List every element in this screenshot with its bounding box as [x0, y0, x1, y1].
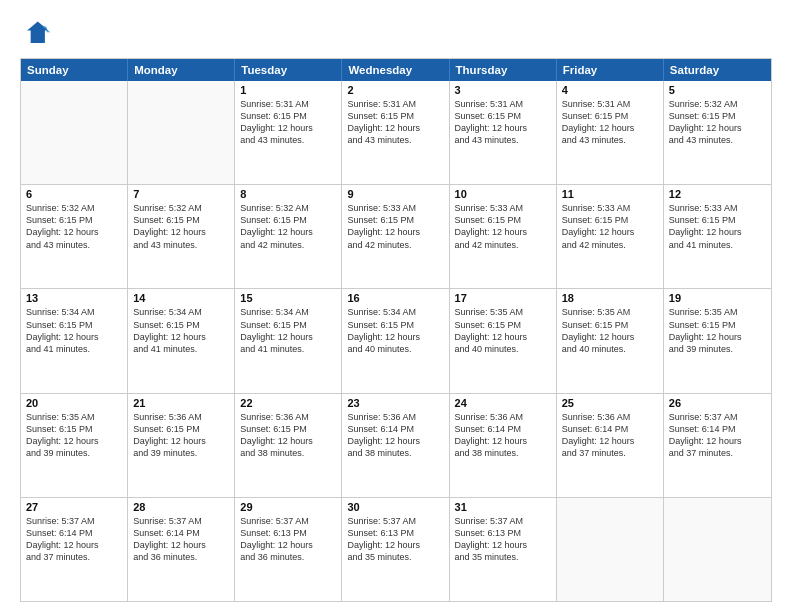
day-info: Sunrise: 5:32 AM Sunset: 6:15 PM Dayligh…	[669, 98, 766, 147]
calendar-week: 6Sunrise: 5:32 AM Sunset: 6:15 PM Daylig…	[21, 185, 771, 289]
day-info: Sunrise: 5:36 AM Sunset: 6:14 PM Dayligh…	[562, 411, 658, 460]
calendar-cell: 19Sunrise: 5:35 AM Sunset: 6:15 PM Dayli…	[664, 289, 771, 392]
calendar-cell: 10Sunrise: 5:33 AM Sunset: 6:15 PM Dayli…	[450, 185, 557, 288]
day-info: Sunrise: 5:33 AM Sunset: 6:15 PM Dayligh…	[669, 202, 766, 251]
day-info: Sunrise: 5:35 AM Sunset: 6:15 PM Dayligh…	[26, 411, 122, 460]
day-info: Sunrise: 5:35 AM Sunset: 6:15 PM Dayligh…	[669, 306, 766, 355]
calendar-cell: 26Sunrise: 5:37 AM Sunset: 6:14 PM Dayli…	[664, 394, 771, 497]
day-info: Sunrise: 5:36 AM Sunset: 6:14 PM Dayligh…	[347, 411, 443, 460]
day-info: Sunrise: 5:34 AM Sunset: 6:15 PM Dayligh…	[240, 306, 336, 355]
calendar-header: SundayMondayTuesdayWednesdayThursdayFrid…	[21, 59, 771, 81]
day-info: Sunrise: 5:32 AM Sunset: 6:15 PM Dayligh…	[26, 202, 122, 251]
calendar-cell: 14Sunrise: 5:34 AM Sunset: 6:15 PM Dayli…	[128, 289, 235, 392]
day-info: Sunrise: 5:32 AM Sunset: 6:15 PM Dayligh…	[240, 202, 336, 251]
day-number: 23	[347, 397, 443, 409]
day-number: 31	[455, 501, 551, 513]
day-number: 14	[133, 292, 229, 304]
day-info: Sunrise: 5:37 AM Sunset: 6:13 PM Dayligh…	[455, 515, 551, 564]
header	[20, 18, 772, 50]
day-number: 22	[240, 397, 336, 409]
calendar-cell: 21Sunrise: 5:36 AM Sunset: 6:15 PM Dayli…	[128, 394, 235, 497]
day-number: 18	[562, 292, 658, 304]
calendar-cell	[664, 498, 771, 601]
weekday-header: Saturday	[664, 59, 771, 81]
day-info: Sunrise: 5:32 AM Sunset: 6:15 PM Dayligh…	[133, 202, 229, 251]
day-info: Sunrise: 5:33 AM Sunset: 6:15 PM Dayligh…	[562, 202, 658, 251]
day-info: Sunrise: 5:31 AM Sunset: 6:15 PM Dayligh…	[455, 98, 551, 147]
day-info: Sunrise: 5:37 AM Sunset: 6:14 PM Dayligh…	[26, 515, 122, 564]
day-number: 8	[240, 188, 336, 200]
day-number: 11	[562, 188, 658, 200]
day-number: 6	[26, 188, 122, 200]
day-number: 3	[455, 84, 551, 96]
day-info: Sunrise: 5:31 AM Sunset: 6:15 PM Dayligh…	[240, 98, 336, 147]
calendar-cell: 16Sunrise: 5:34 AM Sunset: 6:15 PM Dayli…	[342, 289, 449, 392]
calendar-cell: 11Sunrise: 5:33 AM Sunset: 6:15 PM Dayli…	[557, 185, 664, 288]
calendar-cell	[128, 81, 235, 184]
day-number: 21	[133, 397, 229, 409]
calendar-cell: 29Sunrise: 5:37 AM Sunset: 6:13 PM Dayli…	[235, 498, 342, 601]
day-info: Sunrise: 5:35 AM Sunset: 6:15 PM Dayligh…	[455, 306, 551, 355]
day-number: 15	[240, 292, 336, 304]
day-number: 9	[347, 188, 443, 200]
weekday-header: Wednesday	[342, 59, 449, 81]
calendar-cell: 20Sunrise: 5:35 AM Sunset: 6:15 PM Dayli…	[21, 394, 128, 497]
day-number: 25	[562, 397, 658, 409]
calendar-cell: 3Sunrise: 5:31 AM Sunset: 6:15 PM Daylig…	[450, 81, 557, 184]
day-number: 4	[562, 84, 658, 96]
day-number: 28	[133, 501, 229, 513]
calendar: SundayMondayTuesdayWednesdayThursdayFrid…	[20, 58, 772, 602]
day-info: Sunrise: 5:31 AM Sunset: 6:15 PM Dayligh…	[562, 98, 658, 147]
calendar-cell: 24Sunrise: 5:36 AM Sunset: 6:14 PM Dayli…	[450, 394, 557, 497]
day-info: Sunrise: 5:36 AM Sunset: 6:15 PM Dayligh…	[133, 411, 229, 460]
calendar-cell: 22Sunrise: 5:36 AM Sunset: 6:15 PM Dayli…	[235, 394, 342, 497]
day-info: Sunrise: 5:33 AM Sunset: 6:15 PM Dayligh…	[455, 202, 551, 251]
calendar-cell: 18Sunrise: 5:35 AM Sunset: 6:15 PM Dayli…	[557, 289, 664, 392]
calendar-cell: 7Sunrise: 5:32 AM Sunset: 6:15 PM Daylig…	[128, 185, 235, 288]
logo	[20, 18, 56, 50]
weekday-header: Thursday	[450, 59, 557, 81]
day-info: Sunrise: 5:35 AM Sunset: 6:15 PM Dayligh…	[562, 306, 658, 355]
day-info: Sunrise: 5:37 AM Sunset: 6:13 PM Dayligh…	[347, 515, 443, 564]
calendar-week: 27Sunrise: 5:37 AM Sunset: 6:14 PM Dayli…	[21, 498, 771, 601]
calendar-cell: 12Sunrise: 5:33 AM Sunset: 6:15 PM Dayli…	[664, 185, 771, 288]
svg-marker-0	[27, 22, 48, 43]
calendar-cell: 15Sunrise: 5:34 AM Sunset: 6:15 PM Dayli…	[235, 289, 342, 392]
day-number: 27	[26, 501, 122, 513]
day-info: Sunrise: 5:34 AM Sunset: 6:15 PM Dayligh…	[347, 306, 443, 355]
calendar-cell: 23Sunrise: 5:36 AM Sunset: 6:14 PM Dayli…	[342, 394, 449, 497]
calendar-cell: 17Sunrise: 5:35 AM Sunset: 6:15 PM Dayli…	[450, 289, 557, 392]
day-number: 5	[669, 84, 766, 96]
logo-icon	[20, 18, 52, 50]
day-number: 12	[669, 188, 766, 200]
day-number: 29	[240, 501, 336, 513]
day-info: Sunrise: 5:37 AM Sunset: 6:14 PM Dayligh…	[133, 515, 229, 564]
calendar-cell	[21, 81, 128, 184]
calendar-cell: 13Sunrise: 5:34 AM Sunset: 6:15 PM Dayli…	[21, 289, 128, 392]
day-info: Sunrise: 5:37 AM Sunset: 6:14 PM Dayligh…	[669, 411, 766, 460]
calendar-week: 20Sunrise: 5:35 AM Sunset: 6:15 PM Dayli…	[21, 394, 771, 498]
day-number: 26	[669, 397, 766, 409]
day-number: 16	[347, 292, 443, 304]
day-number: 13	[26, 292, 122, 304]
day-info: Sunrise: 5:31 AM Sunset: 6:15 PM Dayligh…	[347, 98, 443, 147]
day-info: Sunrise: 5:33 AM Sunset: 6:15 PM Dayligh…	[347, 202, 443, 251]
day-number: 24	[455, 397, 551, 409]
calendar-cell: 28Sunrise: 5:37 AM Sunset: 6:14 PM Dayli…	[128, 498, 235, 601]
weekday-header: Tuesday	[235, 59, 342, 81]
calendar-cell: 25Sunrise: 5:36 AM Sunset: 6:14 PM Dayli…	[557, 394, 664, 497]
day-info: Sunrise: 5:37 AM Sunset: 6:13 PM Dayligh…	[240, 515, 336, 564]
calendar-cell: 8Sunrise: 5:32 AM Sunset: 6:15 PM Daylig…	[235, 185, 342, 288]
calendar-cell: 9Sunrise: 5:33 AM Sunset: 6:15 PM Daylig…	[342, 185, 449, 288]
calendar-cell: 4Sunrise: 5:31 AM Sunset: 6:15 PM Daylig…	[557, 81, 664, 184]
day-number: 1	[240, 84, 336, 96]
day-info: Sunrise: 5:34 AM Sunset: 6:15 PM Dayligh…	[26, 306, 122, 355]
day-info: Sunrise: 5:36 AM Sunset: 6:15 PM Dayligh…	[240, 411, 336, 460]
calendar-week: 13Sunrise: 5:34 AM Sunset: 6:15 PM Dayli…	[21, 289, 771, 393]
calendar-cell: 1Sunrise: 5:31 AM Sunset: 6:15 PM Daylig…	[235, 81, 342, 184]
day-number: 7	[133, 188, 229, 200]
day-number: 30	[347, 501, 443, 513]
calendar-week: 1Sunrise: 5:31 AM Sunset: 6:15 PM Daylig…	[21, 81, 771, 185]
day-number: 2	[347, 84, 443, 96]
calendar-body: 1Sunrise: 5:31 AM Sunset: 6:15 PM Daylig…	[21, 81, 771, 601]
